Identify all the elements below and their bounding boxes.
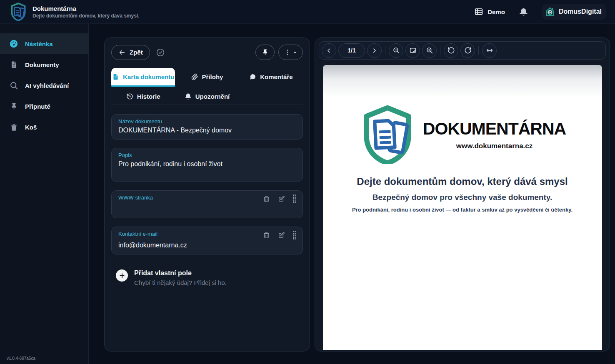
document-shield-logo-icon bbox=[359, 105, 416, 164]
zoom-in-button[interactable] bbox=[422, 43, 437, 58]
header-actions: Demo D DomusDigital bbox=[474, 4, 606, 20]
check-circle-icon bbox=[156, 48, 165, 57]
svg-text:D: D bbox=[548, 10, 551, 15]
tab-komentare[interactable]: Komentáře bbox=[239, 68, 303, 85]
toolbar-divider bbox=[385, 46, 385, 55]
more-menu-button[interactable] bbox=[278, 45, 303, 60]
detail-actions bbox=[255, 45, 303, 60]
app-subtitle: Dejte dokumentům domov, který dává smysl… bbox=[32, 13, 140, 19]
edit-field-icon[interactable] bbox=[278, 195, 285, 202]
field-actions bbox=[263, 231, 296, 239]
table-icon bbox=[474, 7, 483, 16]
detail-toolbar: Zpět bbox=[111, 45, 303, 60]
sidebar-nav: Nástěnka Dokumenty AI vy bbox=[0, 24, 88, 137]
sidebar-item-label: Dokumenty bbox=[25, 61, 59, 68]
tab-prilohy[interactable]: Přílohy bbox=[175, 68, 239, 85]
sidebar-item-label: Nástěnka bbox=[25, 40, 53, 47]
chevron-left-icon bbox=[325, 47, 332, 54]
fit-width-button[interactable] bbox=[482, 43, 497, 58]
zoom-out-button[interactable] bbox=[389, 43, 403, 58]
tab-label: Karta dokumentu bbox=[123, 73, 174, 80]
toolbar-divider bbox=[440, 46, 440, 55]
document-fields: Název dokumentu DOKUMENTÁRNA - Bezpečný … bbox=[111, 114, 303, 254]
tab-label: Přílohy bbox=[202, 73, 223, 80]
rotate-cw-button[interactable] bbox=[460, 43, 475, 58]
document-icon bbox=[112, 73, 119, 80]
fit-page-icon bbox=[409, 47, 417, 54]
tab-historie[interactable]: Historie bbox=[111, 88, 175, 105]
zoom-in-icon bbox=[426, 47, 433, 54]
domusdigital-house-logo-icon: D bbox=[545, 6, 555, 17]
fit-width-icon bbox=[486, 47, 493, 54]
rotate-cw-icon bbox=[464, 47, 472, 54]
demo-workspace-button[interactable]: Demo bbox=[474, 7, 505, 16]
document-icon bbox=[9, 61, 18, 69]
sidebar-item-dokumenty[interactable]: Dokumenty bbox=[0, 54, 88, 75]
sidebar-item-ai-vyhledavani[interactable]: AI vyhledávání bbox=[0, 75, 88, 96]
delete-field-trash-icon[interactable] bbox=[263, 195, 270, 202]
document-detail-panel: Zpět bbox=[104, 37, 310, 352]
drag-handle-icon[interactable] bbox=[293, 231, 296, 239]
sidebar-item-label: AI vyhledávání bbox=[25, 82, 69, 89]
pin-icon bbox=[9, 102, 18, 110]
field-label: Název dokumentu bbox=[118, 118, 296, 125]
add-custom-field-button[interactable]: Přidat vlastní pole Chybí ti nějaký údaj… bbox=[111, 269, 303, 286]
detail-tabs: Karta dokumentu Přílohy bbox=[111, 68, 303, 105]
arrow-left-icon bbox=[118, 49, 126, 56]
demo-label: Demo bbox=[488, 8, 505, 15]
chevron-right-icon bbox=[371, 47, 378, 54]
next-page-button[interactable] bbox=[367, 43, 382, 58]
document-brand: DOKUMENTÁRNA bbox=[423, 119, 566, 139]
paperclip-icon bbox=[191, 73, 198, 80]
tab-upozorneni[interactable]: Upozornění bbox=[175, 88, 239, 105]
brand-label: DomusDigital bbox=[559, 8, 602, 15]
notifications-bell-icon[interactable] bbox=[519, 7, 528, 16]
app-root: Dokumentárna Dejte dokumentům domov, kte… bbox=[0, 0, 615, 364]
pin-document-button[interactable] bbox=[255, 45, 275, 60]
document-subheading: Bezpečný domov pro všechny vaše dokument… bbox=[323, 193, 602, 202]
search-icon bbox=[9, 81, 18, 90]
tab-karta-dokumentu[interactable]: Karta dokumentu bbox=[111, 68, 175, 85]
field-nazev-dokumentu[interactable]: Název dokumentu DOKUMENTÁRNA - Bezpečný … bbox=[111, 114, 303, 140]
field-value: DOKUMENTÁRNA - Bezpečný domov bbox=[118, 127, 296, 135]
field-popis[interactable]: Popis Pro podnikání, rodinu i osobní živ… bbox=[111, 148, 303, 182]
page-indicator: 1/1 bbox=[338, 43, 365, 58]
app-version: v1.0.4-607a5ca bbox=[7, 356, 35, 361]
field-kontaktni-email[interactable]: Kontaktní e-mail bbox=[111, 227, 303, 254]
bell-icon bbox=[185, 93, 192, 100]
trash-icon bbox=[9, 123, 18, 131]
document-heading: Dejte dokumentům domov, který dává smysl bbox=[323, 176, 602, 187]
delete-field-trash-icon[interactable] bbox=[263, 232, 270, 239]
document-website: www.dokumentarna.cz bbox=[423, 142, 566, 150]
sidebar-item-label: Koš bbox=[25, 124, 37, 131]
field-label: Kontaktní e-mail bbox=[118, 231, 158, 237]
field-label: WWW stránka bbox=[118, 194, 153, 201]
sidebar-item-nastenka[interactable]: Nástěnka bbox=[0, 33, 88, 54]
field-value bbox=[118, 205, 296, 213]
pin-icon bbox=[262, 49, 269, 56]
app-logo-shield-documents-icon bbox=[9, 2, 28, 21]
edit-field-icon[interactable] bbox=[278, 232, 285, 239]
document-logo-row: DOKUMENTÁRNA www.dokumentarna.cz bbox=[323, 105, 602, 164]
viewer-toolbar: 1/1 bbox=[319, 41, 606, 60]
document-tagline: Pro podnikání, rodinu i osobní život — o… bbox=[323, 207, 602, 213]
back-label: Zpět bbox=[130, 49, 143, 56]
document-preview-page[interactable]: DOKUMENTÁRNA www.dokumentarna.cz Dejte d… bbox=[323, 65, 602, 350]
sidebar-item-kos[interactable]: Koš bbox=[0, 117, 88, 137]
fit-page-button[interactable] bbox=[405, 43, 420, 58]
chevron-down-icon bbox=[292, 50, 298, 55]
field-www-stranka[interactable]: WWW stránka bbox=[111, 190, 303, 218]
back-button[interactable]: Zpět bbox=[111, 45, 150, 60]
rotate-ccw-button[interactable] bbox=[444, 43, 458, 58]
plus-icon bbox=[116, 269, 128, 282]
sidebar-item-pripnute[interactable]: Připnuté bbox=[0, 96, 88, 117]
prev-page-button[interactable] bbox=[322, 43, 336, 58]
rotate-ccw-icon bbox=[448, 47, 455, 54]
field-actions bbox=[263, 194, 296, 203]
tab-label: Komentáře bbox=[260, 73, 292, 80]
tab-label: Upozornění bbox=[195, 93, 230, 100]
comment-icon bbox=[249, 73, 256, 80]
app-title: Dokumentárna bbox=[32, 5, 140, 12]
drag-handle-icon[interactable] bbox=[293, 194, 296, 203]
domusdigital-account-button[interactable]: D DomusDigital bbox=[542, 4, 606, 20]
